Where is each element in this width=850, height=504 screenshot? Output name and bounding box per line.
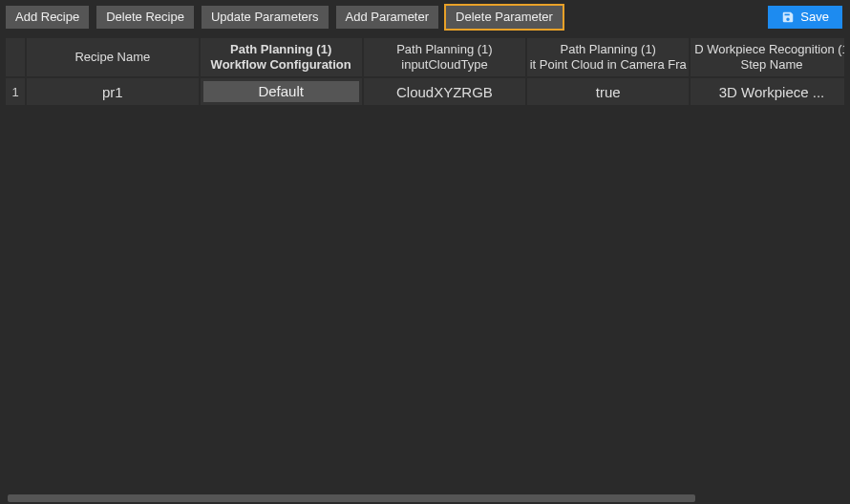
toolbar: Add Recipe Delete Recipe Update Paramete… xyxy=(0,0,850,34)
add-parameter-button[interactable]: Add Parameter xyxy=(336,6,438,29)
add-recipe-button[interactable]: Add Recipe xyxy=(6,6,89,29)
save-icon xyxy=(781,10,795,24)
horizontal-scrollbar[interactable] xyxy=(6,493,844,504)
recipe-name-cell[interactable]: pr1 xyxy=(27,78,200,107)
table-scroll-area[interactable]: Recipe Name Path Planning (1)Workflow Co… xyxy=(6,38,844,504)
row-number-cell: 1 xyxy=(6,78,27,107)
col-point-cloud-camera[interactable]: Path Planning (1)it Point Cloud in Camer… xyxy=(527,38,691,78)
table-header: Recipe Name Path Planning (1)Workflow Co… xyxy=(6,38,844,78)
table-row[interactable]: 1 pr1 Default CloudXYZRGB true 3D Workpi… xyxy=(6,78,844,107)
recipe-table: Recipe Name Path Planning (1)Workflow Co… xyxy=(6,38,844,107)
horizontal-scrollbar-thumb[interactable] xyxy=(8,494,695,502)
col-rownum[interactable] xyxy=(6,38,27,78)
delete-parameter-button[interactable]: Delete Parameter xyxy=(446,6,563,29)
delete-recipe-button[interactable]: Delete Recipe xyxy=(96,6,194,29)
update-parameters-button[interactable]: Update Parameters xyxy=(202,6,329,29)
save-button[interactable]: Save xyxy=(768,6,842,29)
step-name-cell[interactable]: 3D Workpiece ... xyxy=(691,78,844,107)
workflow-config-value: Default xyxy=(203,81,359,102)
input-cloud-type-cell[interactable]: CloudXYZRGB xyxy=(364,78,527,107)
col-step-name[interactable]: D Workpiece Recognition (1Step Name xyxy=(691,38,844,78)
col-input-cloud-type[interactable]: Path Planning (1)inputCloudType xyxy=(364,38,527,78)
workflow-config-cell[interactable]: Default xyxy=(201,78,364,107)
col-recipe-name[interactable]: Recipe Name xyxy=(27,38,200,78)
save-button-label: Save xyxy=(800,10,829,25)
col-workflow-config[interactable]: Path Planning (1)Workflow Configuration xyxy=(201,38,364,78)
point-cloud-camera-cell[interactable]: true xyxy=(527,78,691,107)
